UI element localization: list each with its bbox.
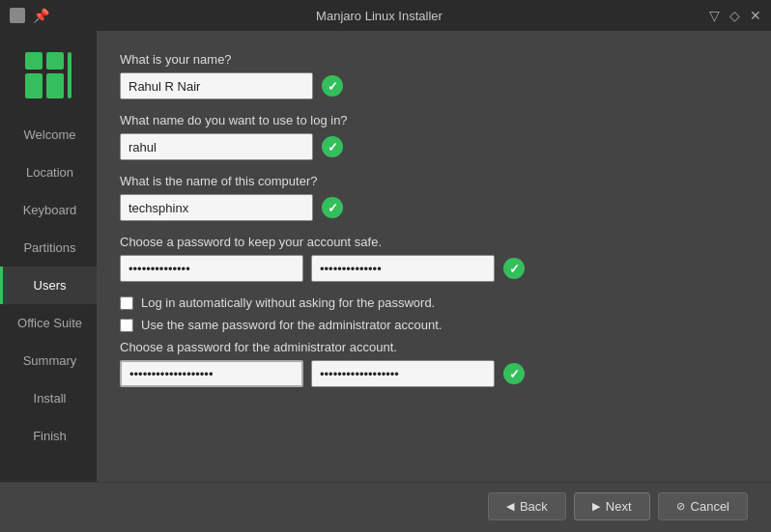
close-button[interactable]: ✕ bbox=[750, 8, 761, 23]
admin-password-group: Choose a password for the administrator … bbox=[120, 340, 748, 387]
sidebar-item-summary[interactable]: Summary bbox=[0, 342, 97, 379]
next-button[interactable]: ▶ Next bbox=[574, 492, 650, 520]
login-group: What name do you want to use to log in? … bbox=[120, 113, 748, 160]
titlebar-left: 📌 bbox=[10, 8, 49, 23]
name-input-row: ✓ bbox=[120, 72, 748, 99]
content-area: What is your name? ✓ What name do you wa… bbox=[97, 31, 771, 482]
maximize-button[interactable]: ◇ bbox=[729, 8, 740, 23]
password-input[interactable] bbox=[120, 255, 303, 282]
password-label: Choose a password to keep your account s… bbox=[120, 235, 748, 249]
computer-check-icon: ✓ bbox=[321, 196, 344, 219]
admin-password-inputs-row: ✓ bbox=[120, 360, 748, 387]
next-icon: ▶ bbox=[592, 500, 600, 513]
svg-rect-1 bbox=[25, 73, 43, 98]
logo-area bbox=[0, 31, 97, 116]
password-inputs-row: ✓ bbox=[120, 255, 748, 282]
sidebar-item-partitions[interactable]: Partitions bbox=[0, 229, 97, 266]
password-confirm-input[interactable] bbox=[311, 255, 495, 282]
window-controls[interactable]: ▽ ◇ ✕ bbox=[709, 8, 761, 23]
titlebar-title: Manjaro Linux Installer bbox=[316, 9, 443, 23]
main-container: Welcome Location Keyboard Partitions Use… bbox=[0, 31, 771, 482]
name-label: What is your name? bbox=[120, 52, 748, 67]
password-check-icon: ✓ bbox=[502, 257, 526, 280]
pin-icon[interactable]: 📌 bbox=[33, 8, 49, 23]
back-button[interactable]: ◀ Back bbox=[488, 492, 566, 520]
cancel-icon: ⊘ bbox=[676, 500, 685, 513]
back-icon: ◀ bbox=[506, 500, 514, 513]
svg-rect-3 bbox=[46, 73, 64, 98]
sidebar-item-finish[interactable]: Finish bbox=[0, 417, 97, 455]
name-group: What is your name? ✓ bbox=[120, 52, 748, 99]
login-check-icon: ✓ bbox=[321, 135, 344, 158]
same-password-checkbox[interactable] bbox=[120, 319, 133, 332]
admin-password-input[interactable] bbox=[120, 360, 303, 387]
auto-login-checkbox[interactable] bbox=[120, 296, 133, 310]
auto-login-label[interactable]: Log in automatically without asking for … bbox=[141, 295, 435, 310]
same-password-row: Use the same password for the administra… bbox=[120, 318, 748, 332]
svg-rect-2 bbox=[46, 52, 64, 70]
admin-password-check-icon: ✓ bbox=[502, 362, 526, 385]
manjaro-logo bbox=[21, 48, 75, 102]
footer: ◀ Back ▶ Next ⊘ Cancel bbox=[0, 482, 771, 532]
sidebar-item-users[interactable]: Users bbox=[0, 266, 97, 304]
app-icon bbox=[10, 8, 25, 23]
sidebar-item-location[interactable]: Location bbox=[0, 154, 97, 191]
sidebar-item-welcome[interactable]: Welcome bbox=[0, 116, 97, 154]
admin-password-label: Choose a password for the administrator … bbox=[120, 340, 748, 354]
computer-input[interactable] bbox=[120, 194, 313, 221]
computer-label: What is the name of this computer? bbox=[120, 174, 748, 188]
sidebar-item-office-suite[interactable]: Office Suite bbox=[0, 304, 97, 342]
minimize-button[interactable]: ▽ bbox=[709, 8, 720, 23]
titlebar: 📌 Manjaro Linux Installer ▽ ◇ ✕ bbox=[0, 0, 771, 31]
computer-group: What is the name of this computer? ✓ bbox=[120, 174, 748, 221]
admin-password-confirm-input[interactable] bbox=[311, 360, 495, 387]
cancel-button[interactable]: ⊘ Cancel bbox=[658, 492, 748, 520]
auto-login-row: Log in automatically without asking for … bbox=[120, 295, 748, 310]
same-password-label[interactable]: Use the same password for the administra… bbox=[141, 318, 442, 332]
password-group: Choose a password to keep your account s… bbox=[120, 235, 748, 282]
svg-rect-4 bbox=[68, 52, 71, 98]
login-input[interactable] bbox=[120, 133, 313, 160]
sidebar: Welcome Location Keyboard Partitions Use… bbox=[0, 31, 97, 482]
login-input-row: ✓ bbox=[120, 133, 748, 160]
svg-rect-0 bbox=[25, 52, 43, 70]
sidebar-item-install[interactable]: Install bbox=[0, 379, 97, 417]
sidebar-item-keyboard[interactable]: Keyboard bbox=[0, 191, 97, 229]
computer-input-row: ✓ bbox=[120, 194, 748, 221]
name-check-icon: ✓ bbox=[321, 74, 344, 98]
name-input[interactable] bbox=[120, 72, 313, 99]
login-label: What name do you want to use to log in? bbox=[120, 113, 748, 127]
